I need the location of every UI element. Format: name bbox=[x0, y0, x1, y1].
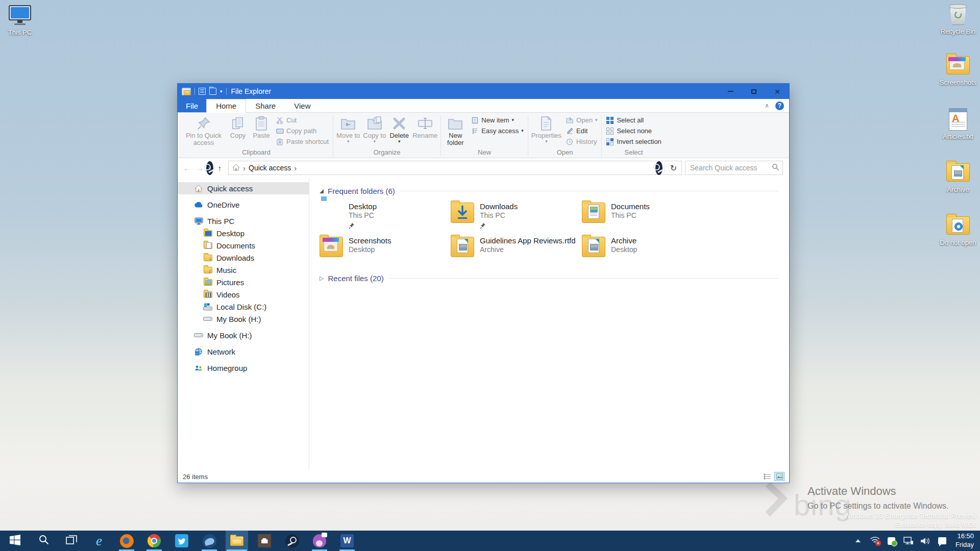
edit-button[interactable]: Edit bbox=[563, 126, 600, 136]
new-item-button[interactable]: New item ▾ bbox=[468, 115, 526, 126]
folder-tile-downloads[interactable]: Downloads This PC bbox=[451, 202, 582, 232]
recent-locations-icon[interactable]: ∨ bbox=[206, 161, 213, 175]
taskbar-twitter[interactable] bbox=[170, 531, 193, 551]
taskbar-store[interactable] bbox=[253, 531, 276, 551]
sidebar-item-quick-access[interactable]: Quick access bbox=[178, 182, 309, 194]
paste-button[interactable]: Paste bbox=[250, 114, 273, 139]
folder-tile-desktop[interactable]: Desktop This PC bbox=[320, 202, 451, 232]
start-button[interactable] bbox=[2, 531, 28, 551]
word-icon: W bbox=[340, 534, 354, 547]
breadcrumb-segment[interactable]: Quick access bbox=[249, 164, 291, 172]
search-box[interactable] bbox=[685, 161, 783, 175]
address-dropdown-icon[interactable]: ∨ bbox=[655, 161, 663, 175]
pin-to-quick-access-button[interactable]: Pin to Quick access bbox=[181, 114, 226, 147]
close-button[interactable]: × bbox=[766, 84, 789, 99]
maximize-button[interactable] bbox=[742, 84, 766, 99]
desktop-icon-archive[interactable]: Archive bbox=[938, 160, 978, 194]
copy-button[interactable]: Copy bbox=[226, 114, 250, 139]
sidebar-item-this-pc[interactable]: This PC bbox=[178, 215, 309, 227]
select-none-button[interactable]: Select none bbox=[603, 126, 664, 136]
address-box[interactable]: Quick access ∨ ↻ bbox=[228, 161, 682, 175]
desktop-icon-label: Articles.txt bbox=[943, 133, 973, 141]
easy-access-button[interactable]: Easy access ▾ bbox=[468, 126, 526, 136]
open-button[interactable]: Open ▾ bbox=[563, 115, 600, 126]
delete-button[interactable]: Delete ▾ bbox=[387, 114, 411, 144]
copy-path-button[interactable]: Copy path bbox=[273, 126, 331, 136]
message-icon[interactable] bbox=[937, 535, 947, 546]
tray-status-icon[interactable] bbox=[887, 535, 897, 546]
history-button[interactable]: History bbox=[563, 136, 600, 147]
new-folder-button[interactable]: New folder bbox=[443, 114, 468, 147]
desktop-icon-do-not-open[interactable]: Do not open bbox=[938, 213, 978, 247]
invert-selection-button[interactable]: Invert selection bbox=[603, 136, 664, 147]
desktop-icon-articles[interactable]: Articles.txt bbox=[938, 107, 978, 141]
taskbar-thunderbird[interactable] bbox=[198, 531, 220, 551]
show-hidden-icons-button[interactable] bbox=[853, 535, 863, 546]
taskbar-clock[interactable]: 16:50 Friday bbox=[955, 532, 974, 549]
minimize-button[interactable] bbox=[719, 84, 742, 99]
folder-tile-documents[interactable]: Documents This PC bbox=[582, 202, 713, 232]
sidebar-item-local-disk[interactable]: Local Disk (C:) bbox=[178, 300, 309, 313]
activate-line2: Go to PC settings to activate Windows. bbox=[807, 502, 949, 511]
sidebar-item-desktop[interactable]: Desktop bbox=[178, 227, 309, 239]
taskbar-pidgin[interactable] bbox=[308, 531, 331, 551]
qat-new-folder-icon[interactable] bbox=[209, 88, 216, 95]
taskbar-word[interactable]: W bbox=[336, 531, 358, 551]
taskbar-search-button[interactable] bbox=[33, 531, 55, 551]
select-all-button[interactable]: Select all bbox=[603, 115, 664, 126]
frequent-folders-header[interactable]: Frequent folders (6) bbox=[320, 187, 779, 195]
collapse-ribbon-icon[interactable]: ∧ bbox=[765, 102, 769, 109]
wireless-disconnected-icon[interactable]: × bbox=[870, 535, 880, 546]
up-button[interactable]: ↑ bbox=[213, 161, 226, 174]
folder-tile-archive[interactable]: Archive Desktop bbox=[582, 236, 713, 266]
rename-button[interactable]: Rename bbox=[411, 114, 439, 139]
desktop-icon-recycle-bin[interactable]: Recycle Bin bbox=[938, 2, 978, 36]
sidebar-item-documents[interactable]: Documents bbox=[178, 239, 309, 252]
taskbar-file-explorer[interactable] bbox=[226, 531, 248, 551]
sidebar-item-my-book[interactable]: My Book (H:) bbox=[178, 313, 309, 325]
network-icon[interactable] bbox=[903, 535, 914, 546]
desktop-icon-screenshots[interactable]: Screenshots bbox=[938, 53, 978, 87]
sidebar-item-music[interactable]: Music bbox=[178, 264, 309, 276]
task-view-button[interactable] bbox=[60, 531, 83, 551]
refresh-icon[interactable]: ↻ bbox=[667, 161, 680, 174]
network-icon bbox=[193, 347, 204, 356]
folder-tile-screenshots[interactable]: Screenshots Desktop bbox=[320, 236, 451, 266]
pin-icon bbox=[195, 116, 212, 131]
taskbar-firefox[interactable] bbox=[115, 531, 138, 551]
details-view-icon[interactable] bbox=[763, 472, 772, 481]
sidebar-item-pictures[interactable]: Pictures bbox=[178, 276, 309, 288]
sidebar-item-videos[interactable]: Videos bbox=[178, 288, 309, 300]
icons-view-icon[interactable] bbox=[775, 472, 784, 481]
search-icon[interactable] bbox=[772, 163, 779, 173]
paste-shortcut-button[interactable]: Paste shortcut bbox=[273, 136, 331, 147]
copy-to-button[interactable]: Copy to▾ bbox=[361, 114, 387, 144]
sidebar-item-onedrive[interactable]: OneDrive bbox=[178, 198, 309, 211]
search-input[interactable] bbox=[690, 164, 772, 172]
properties-button[interactable]: Properties ▾ bbox=[530, 114, 563, 144]
back-button[interactable]: ← bbox=[181, 161, 193, 174]
desktop-icon-this-pc[interactable]: This PC bbox=[0, 3, 40, 37]
folder-tile-guidelines[interactable]: Guidelines App Reviews.rtfd Archive bbox=[451, 236, 582, 266]
cut-button[interactable]: Cut bbox=[273, 115, 331, 126]
taskbar-chrome[interactable] bbox=[143, 531, 165, 551]
tab-home[interactable]: Home bbox=[206, 99, 246, 113]
move-to-button[interactable]: Move to▾ bbox=[335, 114, 361, 144]
tab-file[interactable]: File bbox=[178, 99, 206, 112]
tab-view[interactable]: View bbox=[285, 99, 320, 112]
sidebar-item-homegroup[interactable]: Homegroup bbox=[178, 362, 309, 374]
recent-files-header[interactable]: ▷ Recent files (20) bbox=[320, 274, 779, 283]
title-bar[interactable]: ▾ File Explorer × bbox=[178, 84, 789, 99]
breadcrumb-chevron-icon[interactable] bbox=[291, 164, 300, 172]
sidebar-item-network[interactable]: Network bbox=[178, 345, 309, 358]
qat-customize-chevron-icon[interactable]: ▾ bbox=[220, 89, 223, 94]
help-icon[interactable]: ? bbox=[775, 102, 784, 110]
taskbar-steam[interactable] bbox=[281, 531, 303, 551]
sidebar-item-my-book-root[interactable]: My Book (H:) bbox=[178, 329, 309, 341]
qat-properties-icon[interactable] bbox=[199, 88, 206, 95]
items-count: 26 items bbox=[183, 473, 208, 481]
taskbar-internet-explorer[interactable]: e bbox=[88, 531, 110, 551]
volume-icon[interactable] bbox=[920, 535, 930, 546]
sidebar-item-downloads[interactable]: Downloads bbox=[178, 252, 309, 264]
tab-share[interactable]: Share bbox=[246, 99, 285, 112]
